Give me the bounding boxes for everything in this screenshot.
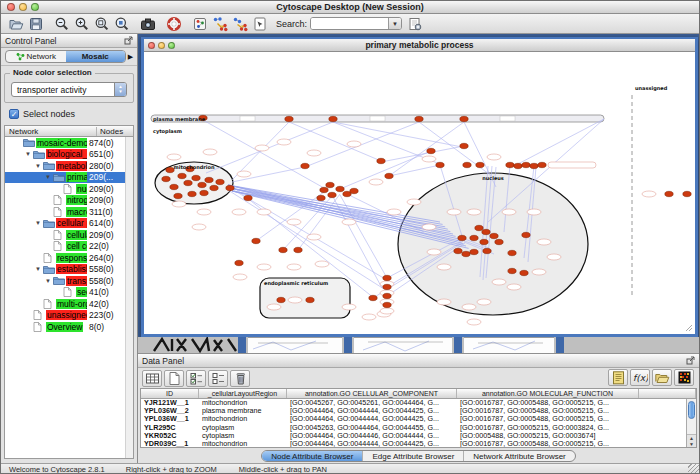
network-node[interactable] bbox=[162, 176, 170, 181]
formula-icon[interactable]: f(x) bbox=[630, 369, 650, 386]
network-node[interactable] bbox=[508, 250, 516, 255]
table-cell[interactable]: [GO:0005488, GO:0005215, GO:0003674] bbox=[457, 432, 639, 440]
zoom-fit-icon[interactable] bbox=[92, 15, 112, 33]
tree-item[interactable]: Overview8(0) bbox=[5, 321, 133, 333]
network-node[interactable] bbox=[530, 163, 538, 168]
table-cell[interactable]: [GO:0016787, GO:0005488, GO:0005215, G..… bbox=[457, 415, 639, 423]
delete-attribute-icon[interactable] bbox=[230, 370, 250, 387]
expander-icon[interactable]: ▼ bbox=[25, 151, 33, 157]
table-cell[interactable]: [GO:0044464, GO:0044444, GO:0044425, G..… bbox=[287, 407, 457, 415]
layout-network-2-icon[interactable] bbox=[230, 15, 250, 33]
network-node[interactable] bbox=[463, 162, 471, 167]
column-nodes[interactable]: Nodes bbox=[97, 127, 133, 136]
tree-item[interactable]: cell communicat22(0) bbox=[5, 241, 133, 253]
network-canvas[interactable]: plasma membrane cytoplasm mitochondrion … bbox=[144, 52, 695, 334]
table-cell[interactable]: YDR039C__1 bbox=[141, 440, 199, 448]
tree-item[interactable]: macromolecule311(0) bbox=[5, 206, 133, 218]
tree-item[interactable]: ▼transport558(0) bbox=[5, 275, 133, 287]
node-color-select[interactable]: transporter activity ▲▼ bbox=[11, 82, 127, 97]
tree-item[interactable]: response to stimulu264(0) bbox=[5, 252, 133, 264]
tree-item[interactable]: unassigned223(0) bbox=[5, 310, 133, 322]
search-options-icon[interactable] bbox=[405, 15, 425, 33]
tab-node-attribute-browser[interactable]: Node Attribute Browser bbox=[262, 451, 362, 461]
load-attributes-icon[interactable] bbox=[652, 369, 672, 386]
zoom-in-icon[interactable] bbox=[72, 15, 92, 33]
network-node[interactable] bbox=[377, 158, 385, 163]
network-node[interactable] bbox=[383, 293, 391, 298]
network-node[interactable] bbox=[188, 191, 196, 196]
table-cell[interactable]: [GO:0016787, GO:0005488, GO:0005215, G..… bbox=[457, 407, 639, 415]
matrix-icon[interactable] bbox=[674, 369, 694, 386]
table-cell[interactable]: [GO:0016787, GO:0005488, GO:0005215, G..… bbox=[457, 440, 639, 448]
table-cell[interactable]: cytoplasm bbox=[199, 424, 287, 432]
table-cell[interactable]: [GO:0044464, GO:0044444, GO:0044425, G..… bbox=[287, 415, 457, 423]
network-node[interactable] bbox=[301, 163, 309, 168]
table-cell[interactable]: mitochondrion bbox=[199, 440, 287, 448]
tree-item[interactable]: secretion41(0) bbox=[5, 287, 133, 299]
network-node[interactable] bbox=[462, 251, 470, 256]
table-cell[interactable]: [GO:0044464, GO:0044446, GO:0044444, G..… bbox=[287, 432, 457, 440]
table-cell[interactable]: YPL036W__2 bbox=[141, 407, 199, 415]
tab-mosaic[interactable]: Mosaic bbox=[66, 51, 126, 62]
table-cell[interactable]: cytoplasm bbox=[199, 432, 287, 440]
network-node[interactable] bbox=[170, 184, 178, 189]
network-node[interactable] bbox=[235, 260, 243, 265]
tab-network[interactable]: Network bbox=[6, 51, 66, 62]
table-cell[interactable]: YJR121W__1 bbox=[141, 399, 199, 407]
tree-item[interactable]: nitrogen compo209(0) bbox=[5, 195, 133, 207]
tab-network-attribute-browser[interactable]: Network Attribute Browser bbox=[463, 451, 574, 461]
table-cell[interactable]: plasma membrane bbox=[199, 407, 287, 415]
network-node[interactable] bbox=[522, 232, 530, 237]
resize-grip[interactable] bbox=[688, 464, 699, 474]
network-node[interactable] bbox=[205, 177, 213, 182]
layout-network-1-icon[interactable] bbox=[210, 15, 230, 33]
network-node[interactable] bbox=[369, 295, 377, 300]
table-cell[interactable]: [GO:0045263, GO:0044464, GO:0044455, G..… bbox=[287, 424, 457, 432]
table-row[interactable]: YKR052Ccytoplasm[GO:0044464, GO:0044446,… bbox=[141, 432, 696, 440]
table-cell[interactable]: [GO:0045267, GO:0045261, GO:0044464, G..… bbox=[287, 399, 457, 407]
tree-item[interactable]: ▼establishment of lo558(0) bbox=[5, 264, 133, 276]
attribute-table[interactable]: ID_cellularLayoutRegionannotation.GO CEL… bbox=[140, 388, 697, 448]
close-button[interactable] bbox=[148, 42, 155, 49]
column-header[interactable]: annotation.GO CELLULAR_COMPONENT bbox=[287, 389, 457, 398]
network-node[interactable] bbox=[385, 173, 393, 178]
network-node[interactable] bbox=[285, 116, 293, 121]
search-field[interactable]: ▼ bbox=[310, 17, 402, 30]
select-attributes-icon[interactable] bbox=[186, 370, 206, 387]
select-nodes-checkbox[interactable]: ✓ bbox=[9, 109, 19, 119]
network-node[interactable] bbox=[184, 180, 192, 185]
tree-item[interactable]: mosaic-demo-yeast874(0) bbox=[5, 137, 133, 149]
network-node[interactable] bbox=[198, 182, 206, 187]
network-node[interactable] bbox=[475, 225, 483, 230]
network-node[interactable] bbox=[460, 116, 468, 121]
network-node[interactable] bbox=[350, 188, 358, 193]
network-node[interactable] bbox=[336, 186, 344, 191]
tree-item[interactable]: multi-organism pro42(0) bbox=[5, 298, 133, 310]
column-header[interactable]: annotation.GO MOLECULAR_FUNCTION bbox=[457, 389, 639, 398]
network-node[interactable] bbox=[226, 185, 234, 190]
network-node[interactable] bbox=[508, 268, 516, 273]
tree-item[interactable]: nucleobase-209(0) bbox=[5, 183, 133, 195]
network-node[interactable] bbox=[279, 247, 287, 252]
network-node[interactable] bbox=[174, 193, 182, 198]
expander-icon[interactable]: ▼ bbox=[35, 266, 43, 272]
table-row[interactable]: YDR039C__1mitochondrion[GO:0044464, GO:0… bbox=[141, 440, 696, 448]
network-node[interactable] bbox=[216, 179, 224, 184]
network-node[interactable] bbox=[476, 162, 484, 167]
expander-icon[interactable]: ▼ bbox=[35, 220, 43, 226]
tree-item[interactable]: ▼metabolic process280(0) bbox=[5, 160, 133, 172]
window-resize-grip[interactable] bbox=[686, 325, 692, 331]
network-node[interactable] bbox=[683, 191, 691, 196]
table-cell[interactable]: mitochondrion bbox=[199, 415, 287, 423]
column-network[interactable]: Network bbox=[5, 127, 97, 136]
network-node[interactable] bbox=[383, 302, 391, 307]
zoom-selected-icon[interactable] bbox=[112, 15, 132, 33]
table-cell[interactable]: YKR052C bbox=[141, 432, 199, 440]
nucleus-region[interactable] bbox=[398, 173, 588, 315]
tree-item[interactable]: ▼primary metabo209(... bbox=[5, 172, 133, 184]
network-node[interactable] bbox=[470, 235, 478, 240]
table-row[interactable]: YLR295Ccytoplasm[GO:0045263, GO:0044464,… bbox=[141, 424, 696, 432]
network-node[interactable] bbox=[458, 235, 466, 240]
table-scrollbar[interactable]: ▲▼ bbox=[686, 399, 696, 447]
tab-overflow-arrow-icon[interactable]: ▶ bbox=[126, 53, 135, 61]
